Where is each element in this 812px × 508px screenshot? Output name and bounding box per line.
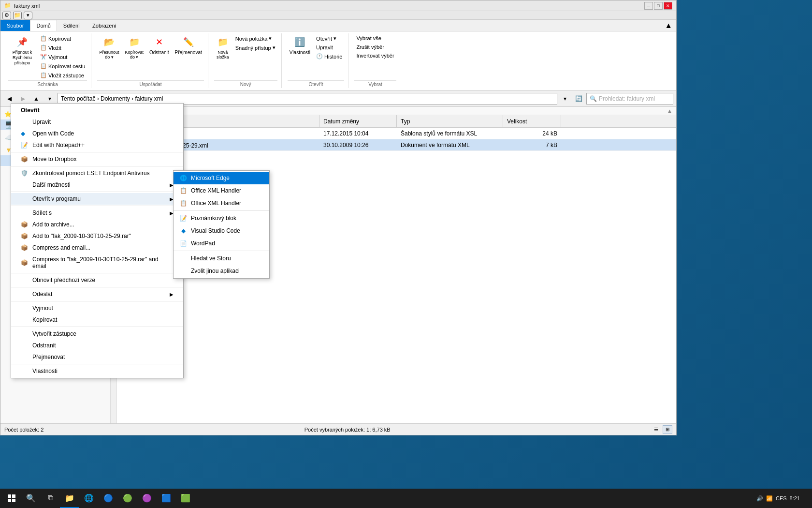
qa-folder-button[interactable]: 📁 xyxy=(13,12,22,19)
delete-button[interactable]: ✕ Odstranit xyxy=(147,34,171,56)
ctx-compress-rar-email[interactable]: 📦 Compress to "fak_2009-10-30T10-25-29.r… xyxy=(11,254,183,272)
ctx-obnovit[interactable]: Obnovit předchozí verze xyxy=(11,274,183,286)
status-count: Počet položek: 2 xyxy=(4,427,44,433)
submenu-wordpad[interactable]: 📄 WordPad xyxy=(174,237,269,250)
paste-shortcut-button[interactable]: 📋 Vložit zástupce xyxy=(38,71,87,79)
large-icons-view-button[interactable]: ⊞ xyxy=(663,425,672,434)
ctx-dalsi[interactable]: Další možnosti ▶ xyxy=(11,179,183,191)
clear-selection-button[interactable]: Zrušit výběr xyxy=(354,43,396,51)
rar-icon-3: 📦 xyxy=(21,244,29,251)
invert-selection-button[interactable]: Invertovat výběr xyxy=(354,52,396,60)
cut-button[interactable]: ✂️ Vyjmout xyxy=(38,53,87,61)
submenu-choose-app[interactable]: Zvolit jinou aplikaci xyxy=(174,265,269,277)
history-button[interactable]: 🕐 Historie xyxy=(314,52,344,60)
new-folder-button[interactable]: 📁 Novásložka xyxy=(214,34,232,60)
minimize-button[interactable]: ─ xyxy=(644,2,653,10)
ctx-add-rar[interactable]: 📦 Add to "fak_2009-10-30T10-25-29.rar" xyxy=(11,230,183,242)
open-button[interactable]: Otevřít ▾ xyxy=(314,34,344,43)
app5-taskbar-button[interactable]: 🟩 xyxy=(176,489,195,508)
ctx-edit-notepadpp[interactable]: 📝 Edit with Notepad++ xyxy=(11,139,183,151)
tab-soubor[interactable]: Soubor xyxy=(0,20,30,31)
app3-taskbar-button[interactable]: 🟣 xyxy=(137,489,157,508)
app4-taskbar-button[interactable]: 🟦 xyxy=(157,489,176,508)
ctx-open-with-code[interactable]: ◆ Open with Code xyxy=(11,128,183,139)
ctx-dropbox[interactable]: 📦 Move to Dropbox xyxy=(11,153,183,165)
ctx-otevrit-v-programu[interactable]: Otevřít v programu ▶ xyxy=(11,193,183,205)
easy-access-button[interactable]: Snadný přístup ▾ xyxy=(233,44,277,52)
ctx-odeslat[interactable]: Odeslat ▶ xyxy=(11,288,183,300)
explorer-taskbar-button[interactable]: 📁 xyxy=(60,489,79,508)
search-taskbar-button[interactable]: 🔍 xyxy=(21,489,41,508)
forward-button[interactable]: ▶ xyxy=(17,93,29,105)
ctx-kopirovat[interactable]: Kopírovat xyxy=(11,314,183,326)
maximize-button[interactable]: □ xyxy=(654,2,663,10)
submenu-store[interactable]: Hledat ve Storu xyxy=(174,252,269,265)
ctx-compress-email[interactable]: 📦 Compress and email... xyxy=(11,242,183,254)
ctx-eset[interactable]: 🛡️ Zkontrolovat pomocí ESET Endpoint Ant… xyxy=(11,167,183,179)
window-title: faktury xml xyxy=(14,3,40,9)
file-row-0[interactable]: 📄 soap_faktura.xsl 17.12.2015 10:04 Šabl… xyxy=(116,128,676,139)
up-button[interactable]: ▲ xyxy=(30,93,42,105)
close-button[interactable]: ✕ xyxy=(664,2,672,10)
edit-button[interactable]: Upravit xyxy=(314,44,344,51)
properties-button[interactable]: ℹ️ Vlastnosti xyxy=(288,34,312,56)
col-header-date[interactable]: Datum změny xyxy=(319,115,397,127)
refresh-button[interactable]: 🔄 xyxy=(573,93,584,105)
address-dropdown-button[interactable]: ▾ xyxy=(559,93,571,105)
rename-button[interactable]: ✏️ Přejmenovat xyxy=(173,34,204,56)
paste-button[interactable]: 📋 Vložit xyxy=(38,44,87,52)
qa-dropdown-button[interactable]: ▾ xyxy=(24,12,32,19)
ctx-add-archive[interactable]: 📦 Add to archive... xyxy=(11,219,183,230)
details-view-button[interactable]: ☰ xyxy=(651,425,661,434)
ribbon-group-clipboard: 📌 Připnout kRychlému přístupu 📋 Kopírova… xyxy=(4,33,91,88)
copy-to-label: Kopírovatdo ▾ xyxy=(125,50,144,60)
ribbon-collapse-button[interactable]: ▲ xyxy=(665,21,672,30)
submenu-edge[interactable]: 🌐 Microsoft Edge xyxy=(174,172,269,184)
submenu-vscode[interactable]: ◆ Visual Studio Code xyxy=(174,224,269,237)
address-path[interactable]: Tento počítač › Dokumenty › faktury xml xyxy=(58,93,557,105)
select-all-button[interactable]: Vybrat vše xyxy=(354,34,396,42)
ctx-vyjmout-label: Vyjmout xyxy=(32,305,53,312)
ctx-sep-9 xyxy=(11,364,183,364)
submenu-office-xml-1[interactable]: 📋 Office XML Handler xyxy=(174,184,269,197)
ctx-prejmenovat[interactable]: Přejmenovat xyxy=(11,351,183,363)
ctx-vlastnosti[interactable]: Vlastnosti xyxy=(11,365,183,377)
file-row-1[interactable]: 📄 fak_2009-10-30T10-25-29.xml 30.10.2009… xyxy=(116,139,676,151)
tab-zobrazeni[interactable]: Zobrazení xyxy=(86,20,123,31)
copy-to-button[interactable]: 📁 Kopírovatdo ▾ xyxy=(123,34,145,60)
search-box[interactable]: 🔍 Prohledat: faktury xml xyxy=(586,93,673,105)
ctx-vytvorit[interactable]: Vytvořit zástupce xyxy=(11,328,183,340)
back-button[interactable]: ◀ xyxy=(3,93,15,105)
ctx-sdilet[interactable]: Sdílet s ▶ xyxy=(11,207,183,219)
pin-button[interactable]: 📌 Připnout kRychlému přístupu xyxy=(8,34,36,66)
copy-button[interactable]: 📋 Kopírovat xyxy=(38,34,87,43)
ctx-upravit[interactable]: Upravit xyxy=(11,116,183,128)
col-header-type[interactable]: Typ xyxy=(397,115,503,127)
ctx-vyjmout[interactable]: Vyjmout xyxy=(11,302,183,314)
ctx-odstranit[interactable]: Odstranit xyxy=(11,340,183,351)
tab-sdileni[interactable]: Sdílení xyxy=(57,20,86,31)
browser-taskbar-button[interactable]: 🌐 xyxy=(79,489,99,508)
app1-taskbar-button[interactable]: 🔵 xyxy=(99,489,118,508)
move-to-button[interactable]: 📂 Přesunoutdo ▾ xyxy=(97,34,121,60)
new-item-button[interactable]: Nová položka ▾ xyxy=(233,34,277,43)
organize-label: Uspořádat xyxy=(97,80,203,87)
qa-properties-button[interactable]: ⚙ xyxy=(2,12,11,19)
store-icon xyxy=(179,254,187,262)
col-header-size[interactable]: Velikost xyxy=(503,115,561,127)
submenu-notepad[interactable]: 📝 Poznámkový blok xyxy=(174,212,269,224)
new-folder-label: Novásložka xyxy=(217,50,229,60)
recent-locations-button[interactable]: ▾ xyxy=(44,93,56,105)
copy-path-button[interactable]: 📋 Kopírovat cestu xyxy=(38,62,87,70)
start-button[interactable] xyxy=(2,489,21,508)
paste-label: Vložit xyxy=(48,45,61,51)
delete-label: Odstranit xyxy=(149,50,169,55)
taskbar-clock[interactable]: 8:21 xyxy=(790,495,800,501)
task-view-button[interactable]: ⧉ xyxy=(41,489,60,508)
tab-domu[interactable]: Domů xyxy=(30,20,57,31)
submenu-office-xml-2[interactable]: 📋 Office XML Handler xyxy=(174,197,269,209)
delete-icon: ✕ xyxy=(152,35,166,49)
context-menu: Otevřít Upravit ◆ Open with Code 📝 Edit … xyxy=(11,103,184,378)
app2-taskbar-button[interactable]: 🟢 xyxy=(118,489,137,508)
clear-selection-label: Zrušit výběr xyxy=(356,44,384,50)
